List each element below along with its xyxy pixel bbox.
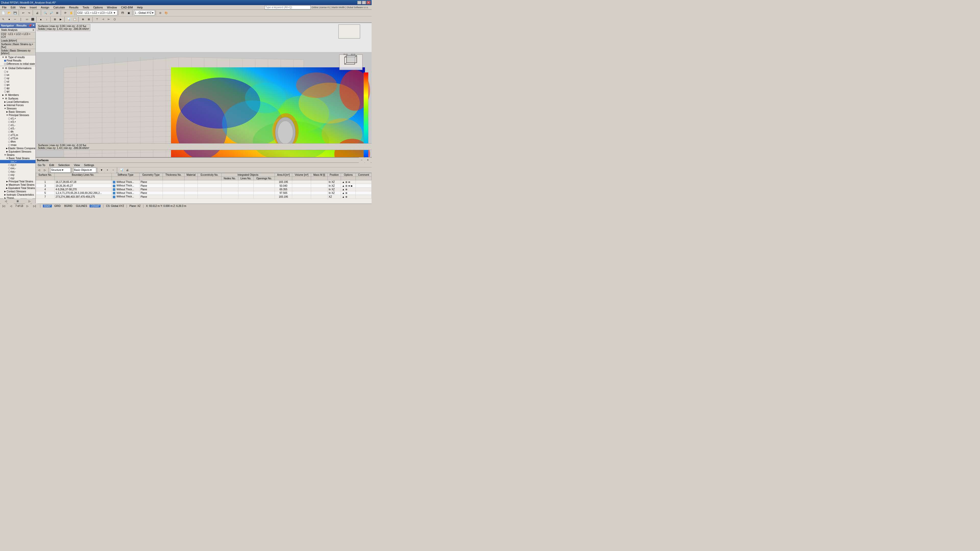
tb2-result-table[interactable]: 📋 bbox=[72, 17, 78, 22]
snap-snap[interactable]: SNAP bbox=[43, 205, 52, 207]
tb-redo[interactable]: ↪ bbox=[26, 10, 32, 16]
tb-new[interactable]: 📄 bbox=[0, 10, 6, 16]
nav-isotropic[interactable]: ▶ Isotropic Characteristics bbox=[0, 193, 35, 197]
nav-s3m[interactable]: σ3,- bbox=[0, 127, 35, 130]
nav-differences[interactable]: Differences to initial state bbox=[0, 62, 35, 65]
tb2-select[interactable]: ↖ bbox=[0, 17, 6, 22]
nav-uz[interactable]: uz bbox=[0, 80, 35, 83]
nav-exx-m[interactable]: εxx,- bbox=[0, 167, 35, 170]
snap-osnap[interactable]: OSNAP bbox=[89, 205, 100, 207]
nav-bottom-btn1[interactable]: ◁ bbox=[3, 198, 9, 204]
nav-last-btn[interactable]: ▷| bbox=[32, 203, 38, 208]
tb2-view-side[interactable]: ⊢ bbox=[106, 17, 111, 22]
tb-panel-del[interactable]: − bbox=[110, 167, 116, 173]
tb-save[interactable]: 💾 bbox=[12, 10, 18, 16]
search-input[interactable] bbox=[265, 5, 310, 10]
nav-equiv-total[interactable]: ▶ Equivalent Total Strains bbox=[0, 186, 35, 190]
nav-px[interactable]: φx bbox=[0, 83, 35, 86]
nav-surfaces[interactable]: ▼ ⊞ Surfaces bbox=[0, 97, 35, 100]
nav-equiv-stress[interactable]: ▶ Equivalent Stresses bbox=[0, 150, 35, 153]
nav-exx-p[interactable]: εxx,+ bbox=[0, 160, 35, 163]
menu-calculate[interactable]: Calculate bbox=[52, 6, 66, 9]
nav-principal-total[interactable]: ▶ Principal Total Strains bbox=[0, 180, 35, 183]
table-row[interactable]: 5 1,2,4,71,270,65,28-3,166,69,262,266,2.… bbox=[36, 191, 372, 195]
tb2-support[interactable]: ▲ bbox=[38, 17, 44, 22]
tb2-view-front[interactable]: ⊣ bbox=[100, 17, 106, 22]
nav-stresses[interactable]: ▼ Stresses bbox=[0, 107, 35, 110]
bottom-menu-view[interactable]: View bbox=[73, 163, 81, 167]
tb2-surface[interactable]: ▭ bbox=[24, 17, 30, 22]
tb2-snap2[interactable]: ⊞ bbox=[86, 17, 92, 22]
nav-eyy2[interactable]: εyy bbox=[0, 176, 35, 180]
tb2-line[interactable]: ─ bbox=[12, 17, 18, 22]
tb-rotate[interactable]: ⟳ bbox=[62, 10, 68, 16]
tb2-node[interactable]: ● bbox=[6, 17, 12, 22]
table-row[interactable]: 3 19-26,36-45,27 Without Thick... Plane … bbox=[36, 184, 372, 187]
nav-py[interactable]: φy bbox=[0, 86, 35, 90]
navigator-pin-icon[interactable]: 📌 bbox=[28, 24, 32, 27]
tb-open[interactable]: 📂 bbox=[6, 10, 12, 16]
tb2-result-diagram[interactable]: 📊 bbox=[66, 17, 72, 22]
menu-file[interactable]: File bbox=[1, 6, 8, 9]
nav-bottom-btn2[interactable]: ⊞ bbox=[15, 198, 21, 204]
tb-zoom-out[interactable]: 🔎 bbox=[48, 10, 54, 16]
nav-sub-close[interactable]: ✕ bbox=[32, 29, 35, 32]
tb-color[interactable]: 🎨 bbox=[163, 10, 169, 16]
nav-strains[interactable]: ▼ Strains bbox=[0, 153, 35, 157]
tb2-member[interactable]: │ bbox=[18, 17, 24, 22]
tb-zoom-all[interactable]: ⊞ bbox=[54, 10, 60, 16]
maximize-button[interactable]: □ bbox=[362, 1, 366, 4]
nav-eyy-p[interactable]: εyy,+ bbox=[0, 163, 35, 167]
panel-close-btn[interactable]: ✕ bbox=[365, 157, 371, 163]
nav-u[interactable]: u bbox=[0, 70, 35, 73]
menu-view[interactable]: View bbox=[19, 6, 27, 9]
bottom-menu-edit[interactable]: Edit bbox=[48, 163, 55, 167]
panel-minimize-btn[interactable]: ─ bbox=[359, 157, 364, 163]
nav-basic-total[interactable]: ▼ Basic Total Strains bbox=[0, 157, 35, 160]
structure-dropdown[interactable]: Structure ▼ bbox=[50, 168, 71, 173]
tb-panel-next[interactable]: ▷ bbox=[42, 167, 48, 173]
nav-s1m[interactable]: σ1,- bbox=[0, 124, 35, 127]
nav-st1m[interactable]: σT1,m bbox=[0, 133, 35, 137]
tb-zoom-in[interactable]: 🔍 bbox=[43, 10, 48, 16]
basic-objects-dropdown[interactable]: Basic Objects ▼ bbox=[73, 168, 96, 173]
menu-help[interactable]: Help bbox=[136, 6, 144, 9]
menu-edit[interactable]: Edit bbox=[10, 6, 17, 9]
nav-ux[interactable]: ux bbox=[0, 73, 35, 76]
nav-pz[interactable]: φz bbox=[0, 90, 35, 93]
close-button[interactable]: ✕ bbox=[366, 1, 371, 4]
table-row[interactable]: 4 4-9,26&,37-58,270 Without Thick... Pla… bbox=[36, 187, 372, 191]
snap-bgrid[interactable]: BGRID bbox=[63, 205, 73, 207]
tb-display[interactable]: ⊙ bbox=[158, 10, 163, 16]
tb-pan[interactable]: ✋ bbox=[68, 10, 74, 16]
nav-internal-forces[interactable]: ▶ Internal Forces bbox=[0, 103, 35, 107]
tb2-view-top[interactable]: ⊤ bbox=[94, 17, 100, 22]
nav-thm[interactable]: θhm bbox=[0, 140, 35, 143]
tb2-solid[interactable]: ⬛ bbox=[30, 17, 35, 22]
nav-prev-btn[interactable]: ◁ bbox=[8, 203, 14, 208]
nav-elastic-stress[interactable]: ▶ Elastic Stress Components bbox=[0, 147, 35, 150]
nav-contact[interactable]: ▶ Contact Stresses bbox=[0, 190, 35, 193]
tb2-mesh[interactable]: ⊞ bbox=[52, 17, 58, 22]
tb-panel-excel[interactable]: 📊 bbox=[119, 167, 124, 173]
navigator-close-icon[interactable]: ✕ bbox=[32, 24, 35, 27]
bottom-menu-goto[interactable]: Go To bbox=[37, 163, 46, 167]
menu-results[interactable]: Results bbox=[68, 6, 80, 9]
snap-grid[interactable]: GRID bbox=[53, 205, 62, 207]
tb-views[interactable]: 🗔 bbox=[120, 10, 126, 16]
tb-panel-add[interactable]: + bbox=[105, 167, 110, 173]
tb-undo[interactable]: ↩ bbox=[21, 10, 26, 16]
table-row[interactable]: 1 16,17,28,65-47,18 Without Thick... Pla… bbox=[36, 180, 372, 184]
bottom-menu-settings[interactable]: Settings bbox=[83, 163, 95, 167]
menu-window[interactable]: Window bbox=[106, 6, 118, 9]
nav-bottom-btn3[interactable]: ▷ bbox=[27, 198, 32, 204]
tb2-load[interactable]: ↓ bbox=[44, 17, 49, 22]
tb-panel-prev[interactable]: ◁ bbox=[36, 167, 42, 173]
tb-panel-print[interactable]: 🖨 bbox=[124, 167, 130, 173]
tb2-view-iso[interactable]: ⬡ bbox=[112, 17, 118, 22]
bottom-menu-selection[interactable]: Selection bbox=[57, 163, 71, 167]
tb2-calculate[interactable]: ▶ bbox=[58, 17, 64, 22]
menu-options[interactable]: Options bbox=[92, 6, 104, 9]
nav-eyy-m[interactable]: εyy,- bbox=[0, 170, 35, 173]
nav-principal-stresses[interactable]: ▼ Principal Stresses bbox=[0, 114, 35, 117]
